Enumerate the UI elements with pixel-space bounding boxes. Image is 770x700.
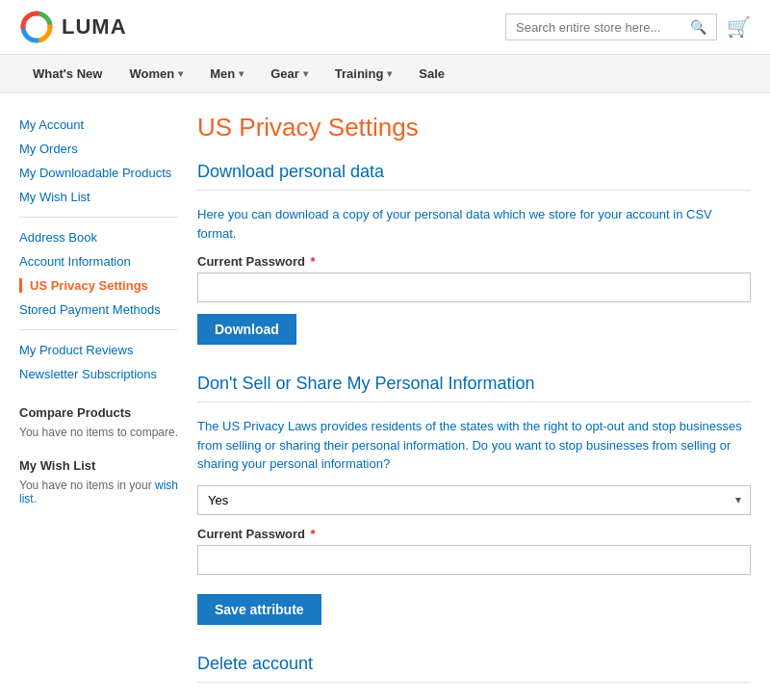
search-input[interactable]: [516, 20, 690, 35]
sidebar-item-us-privacy-settings[interactable]: US Privacy Settings: [19, 273, 178, 298]
dont-sell-password-input[interactable]: [197, 545, 751, 575]
sidebar-item-account-information[interactable]: Account Information: [19, 249, 178, 273]
download-button[interactable]: Download: [197, 314, 296, 345]
chevron-down-icon: ▾: [239, 68, 244, 79]
download-section-title: Download personal data: [197, 162, 751, 191]
dont-sell-desc: The US Privacy Laws provides residents o…: [197, 417, 751, 474]
main-nav: What's New Women▾ Men▾ Gear▾ Training▾ S…: [0, 55, 770, 93]
main-content: US Privacy Settings Download personal da…: [197, 113, 751, 700]
compare-products-text: You have no items to compare.: [19, 426, 178, 439]
wish-list-section: My Wish List You have no items in your w…: [19, 458, 178, 506]
sidebar-item-downloadable-products[interactable]: My Downloadable Products: [19, 161, 178, 185]
dont-sell-password-group: Current Password *: [197, 527, 751, 575]
required-indicator-2: *: [311, 527, 316, 541]
download-password-label: Current Password *: [197, 254, 751, 269]
sidebar-item-stored-payment-methods[interactable]: Stored Payment Methods: [19, 298, 178, 322]
sidebar-item-my-wish-list[interactable]: My Wish List: [19, 185, 178, 209]
delete-section-title: Delete account: [197, 654, 751, 683]
compare-products-section: Compare Products You have no items to co…: [19, 405, 178, 439]
nav-item-sale[interactable]: Sale: [405, 55, 458, 92]
chevron-down-icon: ▾: [303, 68, 308, 79]
download-password-group: Current Password *: [197, 254, 751, 302]
compare-products-title: Compare Products: [19, 405, 178, 420]
required-indicator: *: [311, 254, 316, 269]
sidebar-item-product-reviews[interactable]: My Product Reviews: [19, 338, 178, 362]
nav-item-women[interactable]: Women▾: [116, 55, 196, 92]
save-attribute-button[interactable]: Save attribute: [197, 594, 321, 625]
page-title: US Privacy Settings: [197, 113, 751, 143]
wish-list-text: You have no items in your wish list.: [19, 479, 178, 506]
dont-sell-section: Don't Sell or Share My Personal Informat…: [197, 374, 751, 625]
logo-icon: [19, 10, 54, 44]
wish-list-title: My Wish List: [19, 458, 178, 473]
sidebar: My Account My Orders My Downloadable Pro…: [19, 113, 178, 700]
nav-item-gear[interactable]: Gear▾: [257, 55, 321, 92]
nav-item-men[interactable]: Men▾: [196, 55, 257, 92]
dont-sell-title: Don't Sell or Share My Personal Informat…: [197, 374, 751, 402]
cart-icon[interactable]: 🛒: [727, 15, 751, 39]
download-section: Download personal data Here you can down…: [197, 162, 751, 345]
dont-sell-password-label: Current Password *: [197, 527, 751, 541]
sidebar-item-address-book[interactable]: Address Book: [19, 225, 178, 249]
download-password-input[interactable]: [197, 272, 751, 302]
search-icon: 🔍: [690, 19, 706, 35]
header: LUMA 🔍 🛒: [0, 0, 770, 55]
nav-item-whats-new[interactable]: What's New: [19, 55, 116, 92]
dont-sell-select-group: Yes No ▾: [197, 485, 751, 515]
main-layout: My Account My Orders My Downloadable Pro…: [0, 93, 770, 700]
delete-section: Delete account Request to remove your ac…: [197, 654, 751, 701]
search-bar[interactable]: 🔍: [505, 13, 717, 40]
sidebar-divider: [19, 217, 178, 218]
delete-desc: Request to remove your account, together…: [197, 697, 751, 701]
header-right: 🔍 🛒: [505, 13, 751, 40]
sidebar-menu-reviews: My Product Reviews Newsletter Subscripti…: [19, 338, 178, 386]
sidebar-menu-settings: Address Book Account Information US Priv…: [19, 225, 178, 322]
sidebar-item-my-account[interactable]: My Account: [19, 113, 178, 137]
sidebar-menu-account: My Account My Orders My Downloadable Pro…: [19, 113, 178, 209]
download-section-desc: Here you can download a copy of your per…: [197, 205, 751, 243]
sidebar-item-my-orders[interactable]: My Orders: [19, 137, 178, 161]
nav-item-training[interactable]: Training▾: [321, 55, 406, 92]
chevron-down-icon: ▾: [387, 68, 392, 79]
sidebar-item-newsletter[interactable]: Newsletter Subscriptions: [19, 362, 178, 386]
logo[interactable]: LUMA: [19, 10, 127, 44]
sidebar-divider-2: [19, 329, 178, 330]
chevron-down-icon: ▾: [178, 68, 183, 79]
dont-sell-select[interactable]: Yes No: [197, 485, 751, 515]
logo-text: LUMA: [62, 14, 127, 39]
